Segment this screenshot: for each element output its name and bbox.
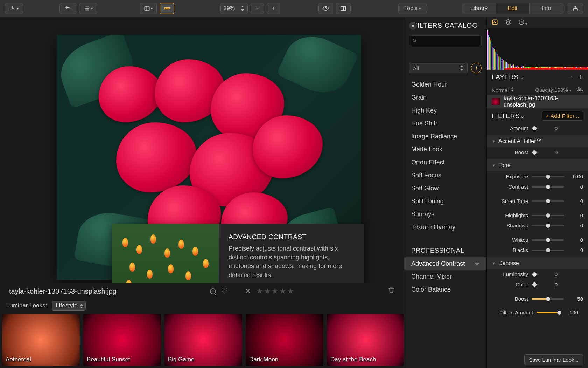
zoom-out-button[interactable]: − [251,3,264,14]
undo-button[interactable] [59,3,76,14]
tooltip-thumbnail [112,224,219,283]
svg-rect-3 [168,8,170,9]
filters-section-header[interactable]: FILTERS⌄ + Add Filter... [487,108,588,123]
canvas-column: ADVANCED CONTRAST Precisely adjusts tona… [0,17,404,368]
tab-edit[interactable]: Edit [496,3,530,14]
close-catalog-button[interactable]: ✕ [409,22,417,30]
svg-point-4 [325,8,327,9]
tab-info[interactable]: Info [530,3,563,14]
catalog-item[interactable]: Hue Shift [404,117,486,130]
slider-exposure[interactable]: Exposure0.00 [487,171,588,182]
collapse-layers-button[interactable]: − [568,73,572,81]
slider-whites[interactable]: Whites0 [487,235,588,245]
slider-highlights[interactable]: Highlights0 [487,210,588,220]
layer-settings-button[interactable]: ▾ [576,87,583,93]
catalog-item[interactable]: Golden Hour [404,78,486,91]
catalog-info-button[interactable]: i [471,63,482,73]
slider-contrast[interactable]: Contrast0 [487,182,588,192]
chevron-updown-icon [240,6,245,11]
filmstrip-toggle-button[interactable] [160,3,174,14]
share-button[interactable] [568,3,583,14]
slider-boost_dn[interactable]: Boost50 [487,294,588,304]
tooltip-title: ADVANCED CONTRAST [229,233,354,241]
filter-group-header[interactable]: ▼Tone [487,159,588,171]
tools-menu[interactable]: Tools ▾ [398,3,427,14]
svg-point-11 [578,89,580,90]
look-item[interactable]: Big Game [164,314,242,366]
looks-category-select[interactable]: Lifestyle [52,301,85,311]
slider-filters_amount[interactable]: Filters Amount100 [492,307,583,318]
catalog-item[interactable]: Texture Overlay [404,221,486,234]
catalog-category-select[interactable]: All [409,63,468,73]
look-item[interactable]: Aethereal [2,314,80,366]
catalog-item[interactable]: Channel Mixer [404,270,486,283]
add-filter-button[interactable]: + Add Filter... [542,111,583,121]
tab-library[interactable]: Library [462,3,496,14]
slider-amount[interactable]: Amount0 [487,123,588,133]
edit-panel-tabs: ▾ [487,17,588,28]
catalog-item[interactable]: Orton Effect [404,156,486,169]
slider-luminosity[interactable]: Luminosity0 [487,269,588,279]
star-icon[interactable]: ★ [475,260,479,267]
zoom-value: 29% [224,5,235,12]
look-item[interactable]: Day at the Beach [327,314,404,366]
svg-rect-6 [344,7,346,11]
filter-group-header[interactable]: ▼Denoise [487,257,588,269]
svg-rect-5 [341,7,343,11]
svg-rect-0 [145,6,149,11]
look-item[interactable]: Beautiful Sunset [83,314,161,366]
delete-button[interactable] [388,287,395,296]
catalog-item[interactable]: High Key [404,104,486,117]
catalog-item[interactable]: Image Radiance [404,130,486,143]
layer-meta-row: Normal Opacity:100% ▾ ▾ [487,84,588,95]
preview-button[interactable] [318,3,333,14]
reject-button[interactable]: ✕ [245,287,251,296]
add-layer-button[interactable]: + [579,73,583,82]
filters-catalog-panel: ✕ FILTERS CATALOG All i Golden HourGrain… [404,17,486,368]
slider-blacks[interactable]: Blacks0 [487,245,588,255]
canvas-area: ADVANCED CONTRAST Precisely adjusts tona… [0,17,404,283]
chevron-updown-icon [460,65,464,71]
layers-tab-icon[interactable] [505,19,511,26]
look-item[interactable]: Dark Moon [246,314,323,366]
looks-bar: Luminar Looks: Lifestyle [0,299,404,312]
blend-mode-select[interactable]: Normal [492,87,514,93]
slider-smart_tone[interactable]: Smart Tone0 [487,196,588,206]
catalog-item[interactable]: Soft Glow [404,182,486,195]
slider-shadows[interactable]: Shadows0 [487,220,588,231]
catalog-item[interactable]: Color Balance [404,283,486,296]
top-toolbar: ▾ ▾ ▾ 29% − + [0,0,588,17]
catalog-item[interactable]: Grain [404,91,486,104]
filter-group-header[interactable]: ▼Accent AI Filter™ [487,135,588,147]
catalog-item[interactable]: Matte Look [404,143,486,156]
zoom-select[interactable]: 29% [220,3,248,14]
zoom-in-button[interactable]: + [267,3,280,14]
compare-button[interactable] [336,3,351,14]
status-bar: tayla-kohler-1307163-unsplash.jpg ♡ ✕ ★★… [0,283,404,299]
catalog-search-input[interactable] [409,35,482,46]
tooltip-body: Precisely adjusts tonal contrast with si… [229,244,354,280]
favorite-button[interactable]: ♡ [221,287,228,296]
slider-color[interactable]: Color0 [487,279,588,289]
catalog-item[interactable]: Advanced Contrast★ [404,257,486,270]
svg-point-8 [413,39,415,41]
color-tag-button[interactable] [210,288,216,294]
sidebar-toggle-button[interactable]: ▾ [140,3,157,14]
layer-row[interactable]: tayla-kohler-1307163-unsplash.jpg [487,95,588,108]
histogram-tab-icon[interactable] [492,19,498,26]
filters-scroll: Amount0▼Accent AI Filter™Boost0▼ToneExpo… [487,123,588,368]
export-button[interactable]: ▾ [5,3,23,14]
slider-boost_ai[interactable]: Boost0 [487,147,588,157]
layers-section-header[interactable]: LAYERS⌄ − + [487,70,588,84]
catalog-item[interactable]: Soft Focus [404,169,486,182]
history-tab-icon[interactable]: ▾ [518,19,527,26]
catalog-title: FILTERS CATALOG [413,22,478,29]
catalog-item[interactable]: Split Toning [404,195,486,208]
rating-stars[interactable]: ★★★★★ [256,287,294,296]
histogram[interactable] [487,28,588,70]
history-button[interactable]: ▾ [79,3,97,14]
looks-label: Luminar Looks: [6,302,47,309]
save-look-button[interactable]: Save Luminar Look... [524,354,583,365]
mode-tabs: Library Edit Info [462,3,564,14]
catalog-item[interactable]: Sunrays [404,208,486,221]
